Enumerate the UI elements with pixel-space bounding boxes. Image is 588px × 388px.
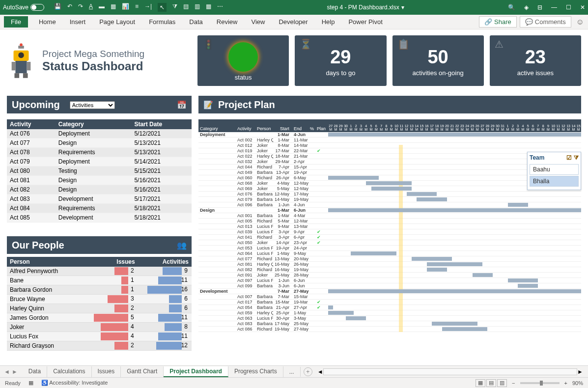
undo-icon[interactable]: ↶ xyxy=(67,3,72,12)
kpi-activities: 📋 50 activities on-going xyxy=(392,35,484,86)
ribbon-tab-review[interactable]: Review xyxy=(210,16,245,28)
table-row: Act 083Development5/17/2021 xyxy=(7,194,192,204)
dashboard-title: Status Dashboard xyxy=(42,59,144,73)
diamond-icon[interactable]: ◈ xyxy=(524,4,529,11)
view-normal[interactable]: ▦ xyxy=(476,379,485,387)
hscroll-left[interactable]: ◄ xyxy=(317,368,323,375)
gantt-row: Act 081 Harley Qu 16-May 26-May xyxy=(198,262,581,267)
status-indicator xyxy=(228,42,258,72)
zoom-level[interactable]: 90% xyxy=(572,380,583,386)
sheet-more[interactable]: ... xyxy=(283,367,301,377)
zoom-slider[interactable] xyxy=(520,382,560,384)
comments-button[interactable]: 💬 Comments xyxy=(520,16,571,28)
gantt-row: Development 7-Mar 27-May xyxy=(198,289,581,294)
sheet-nav-next[interactable]: ► xyxy=(12,368,18,375)
table-row: Act 080Testing5/15/2021 xyxy=(7,166,192,176)
traffic-light-icon: 🚦 xyxy=(202,38,215,50)
slicer-clear-icon[interactable]: ⧩ xyxy=(574,154,579,161)
zoom-in[interactable]: + xyxy=(564,380,567,386)
table-row: Lucius Fox 4 11 xyxy=(7,332,192,341)
share-button[interactable]: 🔗 Share xyxy=(479,16,517,28)
maximize-icon[interactable]: ☐ xyxy=(566,4,571,11)
view-break[interactable]: ▥ xyxy=(497,379,507,387)
table-row: Alfred Pennyworth 2 9 xyxy=(7,267,192,276)
grid3-icon[interactable]: ▦ xyxy=(206,3,211,12)
ribbon: FileHomeInsertPage LayoutFormulasDataRev… xyxy=(0,15,588,29)
ribbon-tab-formulas[interactable]: Formulas xyxy=(142,16,182,28)
close-icon[interactable]: ✕ xyxy=(580,4,585,11)
feedback-icon[interactable]: ☺ xyxy=(576,18,584,27)
grid2-icon[interactable]: ▥ xyxy=(195,3,200,12)
ribbon-tab-developer[interactable]: Developer xyxy=(272,16,314,28)
gantt-row: Act 044 Richard Gr 7-Apr 15-Apr xyxy=(198,165,581,170)
hourglass-icon: ⏳ xyxy=(300,38,312,50)
workspace: Project Mega Something Status Dashboard … xyxy=(0,29,588,365)
redo-icon[interactable]: ↷ xyxy=(78,3,83,12)
ribbon-tab-home[interactable]: Home xyxy=(32,16,63,28)
people-table: Person Issues Activities Alfred Pennywor… xyxy=(7,257,192,351)
ribbon-tab-page-layout[interactable]: Page Layout xyxy=(92,16,142,28)
gantt-row: Act 017 Barbara G 15-Mar 19-Mar ✔ xyxy=(198,300,581,305)
hscroll-right[interactable]: ► xyxy=(577,368,583,375)
gantt-row: Act 060 Richard Gr 26-Apr 6-May xyxy=(198,175,581,181)
sheet-tab[interactable]: Progress Charts xyxy=(228,366,283,377)
search-icon[interactable]: 🔍 xyxy=(508,4,515,11)
sheet-nav-prev[interactable]: ◄ xyxy=(4,368,10,375)
table-row: Act 076Deployment5/12/2021 xyxy=(7,129,192,139)
ribbon-tab-data[interactable]: Data xyxy=(182,16,209,28)
sheet-tab[interactable]: Calculations xyxy=(47,366,91,377)
hscroll-track[interactable] xyxy=(323,368,578,375)
table-row: Richard Grayson 2 12 xyxy=(7,341,192,351)
sheet-tab[interactable]: Project Dashboard xyxy=(164,366,228,377)
table-row: Act 084Requirements5/18/2021 xyxy=(7,204,192,213)
gantt-row: Act 091 Joker 25-May 28-May xyxy=(198,273,581,278)
svg-point-2 xyxy=(18,52,24,58)
ribbon-tab-file[interactable]: File xyxy=(4,16,28,28)
view-layout[interactable]: ▤ xyxy=(486,379,496,387)
more-icon[interactable]: ⋯ xyxy=(217,3,223,12)
gantt-row: Act 049 Barbara G 13-Apr 19-Apr xyxy=(198,170,581,175)
gantt-row: Act 064 Lucius Fox 1-May 9-May xyxy=(198,251,581,256)
table-row: Harley Quinn 2 6 xyxy=(7,304,192,313)
slicer-option[interactable]: Bhalla xyxy=(530,176,579,187)
sheet-tab[interactable]: Issues xyxy=(92,366,121,377)
ribbon-tab-view[interactable]: View xyxy=(244,16,272,28)
grid1-icon[interactable]: ▤ xyxy=(183,3,189,12)
sheet-tab[interactable]: Gantt Chart xyxy=(121,366,164,377)
minimize-icon[interactable]: — xyxy=(551,4,557,11)
autosave-toggle[interactable]: AutoSave xyxy=(3,4,44,11)
gantt-row: Act 077 Richard Gr 13-May 20-May xyxy=(198,256,581,262)
font-color-icon[interactable]: A xyxy=(89,3,93,12)
upcoming-filter[interactable]: Activities xyxy=(70,101,115,109)
title-bar: AutoSave 💾 ↶ ↷ A ▬ ▦ 📊 ≡ →| ↖ ⧩ ▤ ▥ ▦ ⋯ … xyxy=(0,0,588,15)
svg-rect-7 xyxy=(14,73,19,78)
zoom-out[interactable]: − xyxy=(512,380,515,386)
indent-icon[interactable]: →| xyxy=(144,3,152,12)
team-slicer[interactable]: Team ☑ ⧩ BaahuBhalla xyxy=(527,152,581,190)
ribbon-options-icon[interactable]: ⊟ xyxy=(537,4,542,11)
ribbon-tab-power-pivot[interactable]: Power Pivot xyxy=(341,16,389,28)
save-icon[interactable]: 💾 xyxy=(54,3,61,12)
filter-icon[interactable]: ⧩ xyxy=(172,3,177,12)
align-icon[interactable]: ≡ xyxy=(135,3,139,12)
ribbon-tab-help[interactable]: Help xyxy=(315,16,342,28)
ribbon-tab-insert[interactable]: Insert xyxy=(63,16,93,28)
gantt-row: Act 076 Barbara G 12-May 17-May xyxy=(198,192,581,197)
people-icon: 👥 xyxy=(177,241,187,250)
slicer-option[interactable]: Baahu xyxy=(530,164,579,175)
add-sheet[interactable]: + xyxy=(304,367,312,376)
cursor-icon[interactable]: ↖ xyxy=(158,3,167,12)
calendar-icon: 📅 xyxy=(177,100,187,110)
fill-color-icon[interactable]: ▬ xyxy=(99,3,105,12)
slicer-multiselect-icon[interactable]: ☑ xyxy=(566,154,572,161)
warning-icon: ⚠ xyxy=(495,38,504,50)
gantt-row: Act 013 Lucius Fox 9-Mar 13-Mar xyxy=(198,224,581,229)
macro-icon[interactable]: ▦ xyxy=(28,380,33,386)
plan-icon: 📝 xyxy=(203,100,213,110)
accessibility[interactable]: ♿ Accessibility: Investigate xyxy=(41,380,108,386)
kpi-issues: ⚠ 23 active issues xyxy=(490,35,581,86)
gantt-row: Act 022 Harley Qu 18-Mar 21-Mar xyxy=(198,154,581,159)
chart-icon[interactable]: 📊 xyxy=(122,3,129,12)
borders-icon[interactable]: ▦ xyxy=(111,3,116,12)
sheet-tab[interactable]: Data xyxy=(23,366,47,377)
